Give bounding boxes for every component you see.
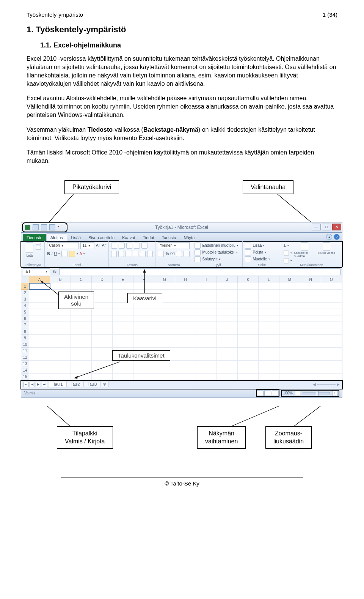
- align-left-icon[interactable]: [111, 251, 117, 257]
- cell[interactable]: [217, 328, 238, 335]
- cell[interactable]: [133, 341, 154, 348]
- cell[interactable]: [217, 374, 238, 380]
- cell[interactable]: [300, 374, 321, 380]
- format-label[interactable]: Muotoile: [253, 257, 267, 261]
- cell[interactable]: [92, 315, 113, 322]
- cell[interactable]: [50, 341, 71, 348]
- format-table-label[interactable]: Muotoile taulukoksi: [202, 250, 234, 254]
- page-layout-view-icon[interactable]: [264, 390, 271, 396]
- cell[interactable]: [50, 348, 71, 354]
- zoom-level[interactable]: 100%: [283, 391, 293, 395]
- cell[interactable]: [196, 296, 217, 303]
- row-header[interactable]: 7: [21, 322, 29, 328]
- horizontal-scrollbar[interactable]: ◀ ─────── ▶: [313, 382, 340, 386]
- cell[interactable]: [279, 361, 300, 367]
- cell[interactable]: [50, 315, 71, 322]
- cell[interactable]: [238, 374, 259, 380]
- bold-button[interactable]: B: [47, 252, 50, 256]
- grow-font-icon[interactable]: A˄: [96, 243, 100, 247]
- cell[interactable]: [196, 309, 217, 315]
- cell[interactable]: [154, 315, 175, 322]
- format-cells-icon[interactable]: [245, 256, 251, 262]
- cell[interactable]: [196, 341, 217, 348]
- cell[interactable]: [92, 322, 113, 328]
- cell[interactable]: [50, 328, 71, 335]
- tab-tarkista[interactable]: Tarkista: [158, 234, 180, 241]
- cell[interactable]: [175, 335, 196, 341]
- conditional-format-icon[interactable]: [195, 243, 201, 249]
- cell[interactable]: [92, 361, 113, 367]
- cut-icon[interactable]: [36, 243, 41, 245]
- cell[interactable]: [50, 322, 71, 328]
- row-header[interactable]: 5: [21, 309, 29, 315]
- delete-cells-icon[interactable]: [245, 249, 251, 255]
- cell[interactable]: [71, 322, 92, 328]
- cell[interactable]: [300, 296, 321, 303]
- cell[interactable]: [279, 328, 300, 335]
- cell[interactable]: [154, 303, 175, 309]
- cell[interactable]: [71, 309, 92, 315]
- col-header[interactable]: F: [133, 276, 154, 283]
- cell[interactable]: [321, 309, 342, 315]
- cell[interactable]: [175, 283, 196, 290]
- shrink-font-icon[interactable]: A˅: [102, 243, 107, 247]
- underline-button[interactable]: U: [54, 252, 56, 256]
- cell[interactable]: [238, 354, 259, 361]
- maximize-button[interactable]: □: [322, 224, 331, 230]
- cell[interactable]: [259, 328, 279, 335]
- cell[interactable]: [217, 315, 238, 322]
- cell[interactable]: [154, 283, 175, 290]
- cell[interactable]: [50, 361, 71, 367]
- cell[interactable]: [217, 354, 238, 361]
- orientation-icon[interactable]: [134, 243, 140, 249]
- row-header[interactable]: 8: [21, 328, 29, 335]
- cell[interactable]: [175, 348, 196, 354]
- clear-icon[interactable]: [284, 258, 289, 263]
- tab-aloitus[interactable]: Aloitus: [46, 233, 67, 241]
- cell-styles-icon[interactable]: [195, 256, 201, 262]
- cell[interactable]: [154, 328, 175, 335]
- cell[interactable]: [29, 296, 50, 303]
- minimize-button[interactable]: —: [312, 224, 321, 230]
- cell[interactable]: [217, 322, 238, 328]
- cell[interactable]: [238, 367, 259, 374]
- cell[interactable]: [154, 335, 175, 341]
- cell[interactable]: [29, 328, 50, 335]
- cell[interactable]: [279, 335, 300, 341]
- cell[interactable]: [321, 348, 342, 354]
- cell[interactable]: [175, 361, 196, 367]
- tab-nayta[interactable]: Näytä: [180, 234, 199, 241]
- select-all-corner[interactable]: [21, 276, 29, 283]
- zoom-slider[interactable]: [303, 392, 330, 394]
- cell[interactable]: [154, 367, 175, 374]
- sheet-tab[interactable]: Taul2: [67, 381, 84, 387]
- cell[interactable]: [238, 322, 259, 328]
- paste-button[interactable]: Liitä: [24, 242, 36, 257]
- cell[interactable]: [279, 303, 300, 309]
- cell[interactable]: [92, 374, 113, 380]
- cond-format-label[interactable]: Ehdollinen muotoilu: [202, 243, 235, 247]
- cell[interactable]: [217, 335, 238, 341]
- cell[interactable]: [259, 374, 279, 380]
- cell[interactable]: [29, 341, 50, 348]
- cell[interactable]: [71, 367, 92, 374]
- cell[interactable]: [279, 315, 300, 322]
- col-header[interactable]: L: [259, 276, 279, 283]
- cell[interactable]: [71, 348, 92, 354]
- cell[interactable]: [238, 303, 259, 309]
- cell[interactable]: [321, 283, 342, 290]
- row-header[interactable]: 15: [21, 374, 29, 380]
- cell[interactable]: [217, 290, 238, 296]
- cell[interactable]: [279, 367, 300, 374]
- increase-decimal-icon[interactable]: [176, 251, 182, 257]
- cell[interactable]: [50, 335, 71, 341]
- cell[interactable]: [175, 322, 196, 328]
- cell[interactable]: [300, 348, 321, 354]
- sort-filter-button[interactable]: Lajittele ja suodata: [294, 242, 315, 264]
- cell[interactable]: [321, 296, 342, 303]
- cell[interactable]: [92, 303, 113, 309]
- cell[interactable]: [113, 322, 133, 328]
- cell[interactable]: [92, 283, 113, 290]
- cell[interactable]: [133, 374, 154, 380]
- cell[interactable]: [217, 361, 238, 367]
